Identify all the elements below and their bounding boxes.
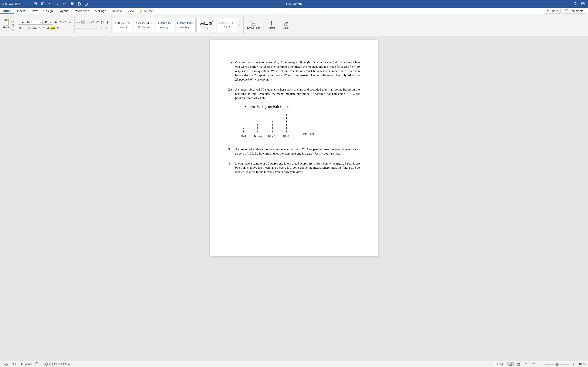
zoom-out-button[interactable]: − (538, 363, 542, 366)
print-layout-view-button[interactable] (507, 362, 514, 366)
autosave-switch[interactable]: OFF (15, 2, 22, 6)
new-doc-icon[interactable] (78, 2, 81, 6)
format-painter-icon[interactable] (11, 27, 15, 31)
style-heading1[interactable]: AaBbCcDc Heading 1 (155, 18, 175, 32)
font-size-select[interactable]: 12 ⌄ (43, 20, 53, 25)
web-layout-view-button[interactable] (515, 362, 521, 366)
shading-button[interactable]: ⌄ (101, 26, 105, 30)
ribbon-content: Paste ⌄ Times New… ⌄ 12 ⌄ A▴ A▾ Aa⌄ (0, 14, 588, 36)
align-center-button[interactable] (81, 26, 85, 30)
copy-icon[interactable] (11, 24, 15, 27)
lightbulb-icon: 💡 (139, 9, 143, 13)
draft-view-button[interactable] (530, 362, 537, 366)
tab-insert[interactable]: Insert (14, 8, 28, 14)
spellcheck-icon[interactable] (35, 362, 39, 366)
style-normal[interactable]: AaBbCcDdEe Normal (113, 18, 133, 32)
save-icon[interactable] (34, 2, 37, 6)
document-area[interactable]: 1.) One item on a questionnaire asks, "H… (0, 36, 588, 361)
question-text: A class of 24 students has an average ex… (235, 147, 360, 156)
bullets-button[interactable]: ⌄ (76, 20, 80, 24)
change-case-icon[interactable]: Aa⌄ (64, 20, 68, 24)
styles-pane-button[interactable]: Styles Pane (245, 20, 262, 29)
superscript-button[interactable]: x2 (43, 26, 47, 30)
export-icon[interactable] (41, 2, 44, 6)
zoom-slider[interactable] (545, 364, 569, 365)
style-heading2[interactable]: AaBbCcDdEe Heading 2 (176, 18, 196, 32)
focus-mode-button[interactable]: Focus (491, 362, 506, 366)
numbered-list-button[interactable]: 123⌄ (81, 20, 85, 24)
dictate-group: Dictate (264, 16, 279, 34)
cut-icon[interactable] (11, 19, 15, 23)
increase-indent-button[interactable] (96, 20, 100, 24)
style-no-spacing[interactable]: AaBbCcDdEe No Spacing (134, 18, 154, 32)
justify-button[interactable] (91, 26, 95, 30)
tab-draw[interactable]: Draw (27, 8, 40, 14)
ribbon-options-icon[interactable] (581, 2, 585, 6)
svg-rect-16 (12, 25, 14, 27)
svg-rect-0 (34, 3, 36, 5)
clear-format-icon[interactable]: A⃠ (69, 20, 73, 24)
align-right-button[interactable] (86, 26, 90, 30)
italic-button[interactable]: I (23, 26, 27, 30)
document-page[interactable]: 1.) One item on a questionnaire asks, "H… (210, 40, 378, 256)
home-icon[interactable] (26, 2, 30, 6)
undo-dropdown-icon[interactable]: ⌄ (56, 2, 59, 6)
svg-rect-62 (271, 21, 272, 24)
sort-button[interactable]: AZ (101, 20, 105, 24)
styles-more-button[interactable]: › (238, 18, 242, 32)
tab-view[interactable]: View (125, 8, 137, 14)
tell-me-search[interactable]: 💡 Tell me (137, 9, 153, 13)
tab-layout[interactable]: Layout (56, 8, 71, 14)
titlebar: AutoSave OFF ⌄ ⋯ Document6 (0, 0, 588, 8)
share-button[interactable]: Share (544, 8, 561, 14)
dictate-button[interactable]: Dictate (266, 20, 277, 29)
autosave-label: AutoSave (2, 2, 13, 6)
editor-button[interactable]: Editor (281, 20, 291, 29)
borders-button[interactable]: ⌄ (105, 26, 110, 30)
svg-rect-76 (272, 131, 273, 132)
svg-rect-100 (509, 363, 512, 365)
align-left-button[interactable] (76, 26, 80, 30)
decrease-indent-button[interactable] (91, 20, 95, 24)
tab-review[interactable]: Review (109, 8, 125, 14)
font-color-button[interactable]: A⌄ (57, 26, 61, 30)
share-icon (546, 9, 549, 13)
zoom-level[interactable]: 100% (577, 363, 586, 366)
x-axis-label: Hair Color (302, 132, 314, 135)
subscript-button[interactable]: x2 (38, 26, 42, 30)
draw-icon[interactable] (85, 2, 89, 6)
style-title[interactable]: AaBb( Title (196, 18, 216, 32)
mail-icon[interactable] (63, 2, 67, 6)
multilevel-list-button[interactable]: ⌄ (86, 20, 90, 24)
tab-design[interactable]: Design (40, 8, 56, 14)
question-number: 4. (228, 161, 235, 174)
page-indicator[interactable]: Page 1 of 1 (2, 363, 16, 366)
undo-icon[interactable] (48, 2, 52, 6)
style-subtitle[interactable]: AaBbCcDdEe Subtitle (217, 18, 237, 32)
search-icon[interactable] (574, 2, 577, 6)
language-indicator[interactable]: English (United States) (43, 363, 70, 366)
tab-mailings[interactable]: Mailings (92, 8, 109, 14)
show-marks-button[interactable]: ¶ (105, 20, 110, 24)
highlight-button[interactable]: ab⌄ (52, 26, 56, 30)
zoom-in-button[interactable]: + (571, 363, 576, 366)
comments-button[interactable]: Comments (563, 8, 586, 14)
line-spacing-button[interactable]: ⌄ (96, 26, 100, 30)
svg-rect-66 (243, 130, 244, 131)
underline-button[interactable]: U⌄ (28, 26, 32, 30)
tab-references[interactable]: References (71, 8, 92, 14)
paste-button[interactable]: Paste ⌄ (3, 19, 9, 31)
svg-rect-84 (286, 133, 287, 133)
word-count[interactable]: 205 words (20, 363, 32, 366)
tab-home[interactable]: Home (0, 8, 14, 14)
autosave-toggle[interactable]: AutoSave OFF (0, 2, 24, 6)
decrease-font-icon[interactable]: A▾ (59, 20, 63, 24)
print-icon[interactable] (70, 2, 74, 6)
increase-font-icon[interactable]: A▴ (54, 20, 58, 24)
strikethrough-button[interactable]: ab (33, 26, 37, 30)
font-name-select[interactable]: Times New… ⌄ (18, 20, 43, 25)
more-icon[interactable]: ⋯ (92, 2, 96, 6)
chevron-down-icon: ⌄ (49, 21, 52, 23)
bold-button[interactable]: B (18, 26, 22, 30)
outline-view-button[interactable] (523, 362, 529, 366)
